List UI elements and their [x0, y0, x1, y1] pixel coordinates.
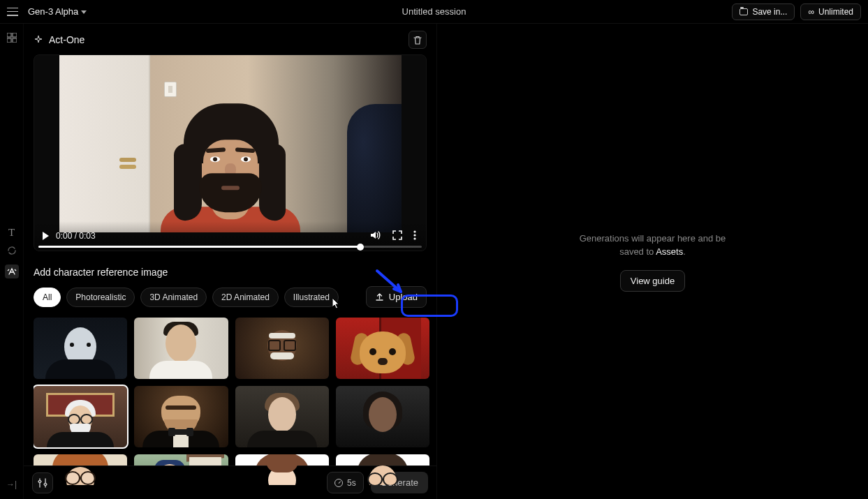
delete-button[interactable] [409, 31, 427, 49]
reference-thumb-selected[interactable] [34, 386, 127, 447]
text-tool-icon[interactable]: T [8, 227, 15, 239]
reference-thumb[interactable] [134, 386, 228, 447]
model-name: Gen-3 Alpha [28, 6, 78, 17]
video-progress-track[interactable] [38, 246, 422, 248]
save-in-button[interactable]: Save in... [732, 3, 795, 20]
infinity-icon: ∞ [808, 7, 814, 17]
svg-rect-0 [7, 33, 11, 37]
filter-chip-illustrated[interactable]: Illustrated [284, 288, 339, 307]
empty-state-message: Generations will appear here and be save… [580, 232, 726, 259]
settings-button[interactable] [32, 472, 53, 493]
more-icon[interactable] [413, 230, 416, 242]
trash-icon [413, 36, 422, 45]
volume-icon[interactable] [370, 230, 381, 242]
fullscreen-icon[interactable] [392, 230, 402, 242]
svg-rect-3 [13, 38, 17, 43]
reference-thumb[interactable] [336, 386, 429, 447]
reference-thumb[interactable] [336, 318, 429, 379]
filter-chip-photorealistic[interactable]: Photorealistic [66, 288, 135, 307]
top-bar: Gen-3 Alpha Untitled session Save in... … [0, 0, 868, 24]
reference-thumb[interactable] [34, 318, 127, 379]
video-time-display: 0:00 / 0:03 [56, 231, 96, 241]
menu-icon[interactable] [7, 8, 18, 16]
upload-button[interactable]: Upload [366, 286, 427, 308]
reference-thumb[interactable] [134, 318, 228, 379]
collapse-rail-icon[interactable]: →| [6, 479, 17, 489]
clock-icon [334, 479, 343, 487]
svg-point-5 [413, 234, 415, 236]
grid-icon[interactable] [5, 31, 19, 45]
folder-icon [740, 8, 748, 15]
reference-grid [34, 318, 429, 485]
plan-badge[interactable]: ∞ Unlimited [800, 3, 861, 20]
svg-rect-2 [7, 38, 11, 43]
chevron-down-icon [81, 10, 87, 14]
tool-title-label: Act-One [49, 34, 84, 45]
filter-chip-3d[interactable]: 3D Animated [140, 288, 207, 307]
left-rail: T →| [0, 24, 24, 499]
assets-link[interactable]: Assets [656, 246, 683, 257]
model-selector[interactable]: Gen-3 Alpha [28, 6, 87, 17]
svg-point-6 [413, 237, 415, 239]
svg-point-7 [38, 480, 41, 482]
sliders-icon [38, 478, 47, 488]
svg-point-8 [44, 483, 46, 485]
filter-chip-all[interactable]: All [34, 288, 61, 307]
right-panel: Generations will appear here and be save… [437, 24, 868, 499]
svg-point-4 [413, 230, 415, 232]
video-frame [59, 55, 402, 232]
reference-section-label: Add character reference image [34, 267, 427, 278]
session-title[interactable]: Untitled session [402, 6, 466, 17]
reference-thumb[interactable] [235, 386, 329, 447]
sparkle-icon [34, 35, 43, 45]
left-panel: Act-One [24, 24, 437, 499]
refresh-icon[interactable] [7, 246, 17, 258]
view-guide-button[interactable]: View guide [620, 270, 685, 292]
filter-row: All Photorealistic 3D Animated 2D Animat… [34, 286, 427, 308]
duration-button[interactable]: 5s [327, 472, 364, 493]
filter-chip-2d[interactable]: 2D Animated [212, 288, 279, 307]
act-one-tool-icon[interactable] [5, 265, 19, 278]
play-button[interactable] [43, 232, 49, 240]
reference-thumb[interactable] [235, 318, 329, 379]
driving-video-player[interactable]: 0:00 / 0:03 [34, 54, 427, 251]
upload-icon [375, 292, 384, 301]
svg-rect-1 [13, 33, 17, 37]
